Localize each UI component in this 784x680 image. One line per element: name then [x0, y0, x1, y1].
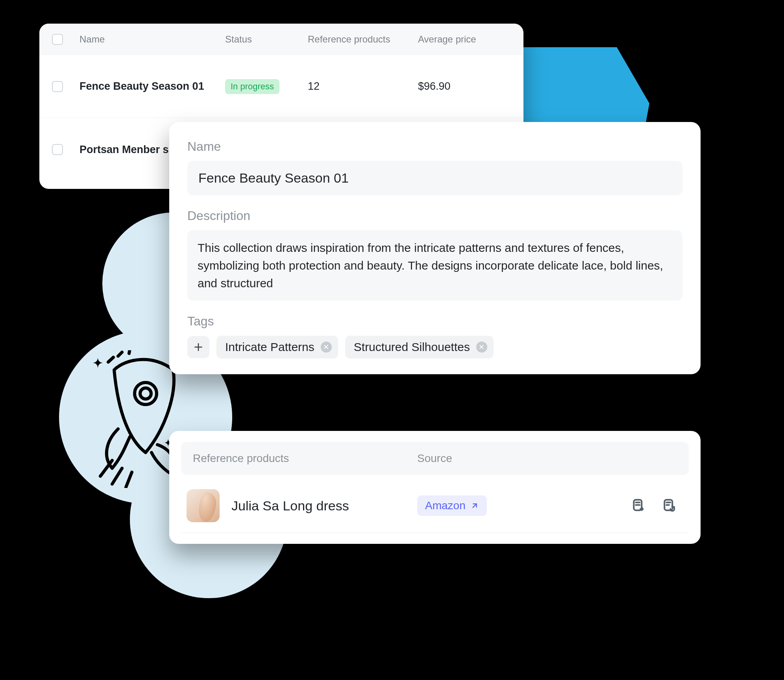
row-average-price: $96.90 — [418, 80, 511, 92]
product-name: Julia Sa Long dress — [231, 498, 349, 514]
tags-label: Tags — [187, 314, 682, 329]
product-thumbnail — [187, 489, 220, 522]
col-average-price: Average price — [418, 34, 511, 45]
svg-point-1 — [140, 388, 151, 399]
svg-line-3 — [112, 468, 122, 484]
refresh-document-icon[interactable] — [661, 498, 677, 514]
external-link-icon — [470, 501, 479, 510]
collection-detail-card: Name Fence Beauty Season 01 Description … — [169, 122, 701, 374]
svg-line-7 — [129, 350, 130, 353]
name-label: Name — [187, 139, 682, 154]
row-name: Fence Beauty Season 01 — [80, 80, 225, 92]
name-input[interactable]: Fence Beauty Season 01 — [187, 161, 682, 195]
tag-label: Structured Silhouettes — [354, 340, 470, 354]
table-row[interactable]: Fence Beauty Season 01 In progress 12 $9… — [39, 55, 523, 118]
plus-icon — [193, 342, 203, 352]
svg-point-0 — [135, 382, 157, 405]
tag-chip[interactable]: Intricate Patterns ✕ — [216, 336, 338, 358]
row-checkbox[interactable] — [52, 81, 63, 92]
source-label: Amazon — [425, 499, 466, 512]
col-source: Source — [417, 452, 590, 465]
svg-line-6 — [118, 352, 122, 356]
description-label: Description — [187, 209, 682, 223]
source-link[interactable]: Amazon — [417, 495, 487, 516]
remove-tag-button[interactable]: ✕ — [476, 342, 487, 353]
row-checkbox[interactable] — [52, 144, 63, 155]
table-header-row: Name Status Reference products Average p… — [39, 24, 523, 55]
svg-line-5 — [108, 357, 113, 362]
col-name: Name — [80, 34, 225, 45]
svg-line-4 — [126, 472, 132, 487]
col-reference-products: Reference products — [308, 34, 418, 45]
tag-label: Intricate Patterns — [225, 340, 314, 354]
tags-row: Intricate Patterns ✕ Structured Silhouet… — [187, 336, 682, 358]
products-header-row: Reference products Source — [181, 442, 689, 475]
col-status: Status — [225, 34, 308, 45]
status-badge: In progress — [225, 79, 279, 94]
col-reference-products: Reference products — [193, 452, 417, 465]
remove-tag-button[interactable]: ✕ — [321, 342, 332, 353]
add-tag-button[interactable] — [187, 336, 209, 358]
svg-line-10 — [473, 504, 476, 507]
description-input[interactable]: This collection draws inspiration from t… — [187, 230, 682, 301]
select-all-checkbox[interactable] — [52, 34, 63, 45]
export-icon[interactable] — [631, 498, 646, 514]
row-reference-products: 12 — [308, 80, 418, 92]
reference-products-card: Reference products Source Julia Sa Long … — [169, 431, 701, 544]
product-row[interactable]: Julia Sa Long dress Amazon — [181, 485, 689, 533]
tag-chip[interactable]: Structured Silhouettes ✕ — [345, 336, 494, 358]
